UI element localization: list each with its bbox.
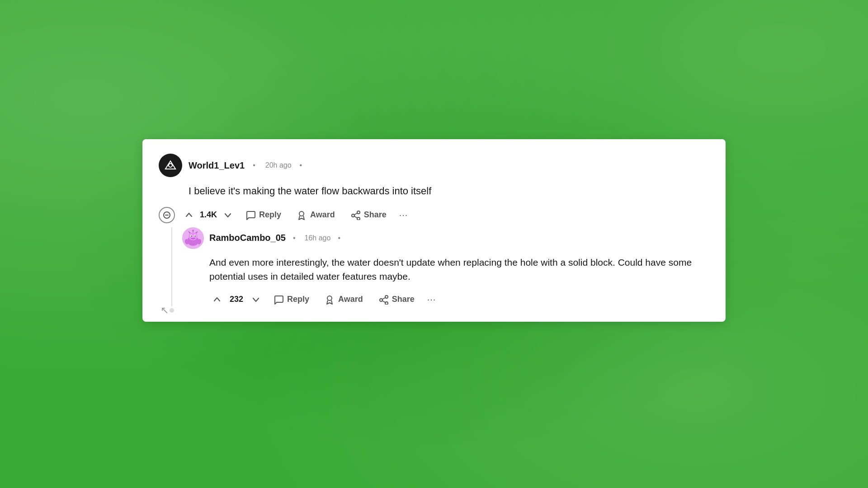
reply-reply-label: Reply (287, 295, 309, 304)
reply-action-bar: 232 Reply (209, 291, 709, 308)
reply-username: RamboCambo_05 (209, 233, 286, 243)
comment-card: World1_Lev1 • 20h ago • I believe it's m… (142, 139, 726, 322)
reply-share-label: Share (392, 295, 415, 304)
reply-vote-count: 232 (227, 295, 245, 304)
svg-point-13 (189, 232, 198, 240)
svg-rect-4 (165, 215, 169, 216)
top-share-label: Share (364, 210, 387, 220)
reply-comment: RamboCambo_05 • 16h ago • And even more … (182, 227, 709, 313)
collapse-button[interactable] (159, 207, 175, 223)
top-comment-body: I believe it's making the water flow bac… (189, 184, 709, 198)
reply-share-button[interactable]: Share (373, 291, 420, 308)
top-award-label: Award (310, 210, 335, 220)
reply-upvote-button[interactable] (209, 292, 225, 307)
svg-point-5 (299, 211, 304, 216)
downvote-button[interactable] (220, 207, 236, 223)
top-more-button[interactable]: ··· (395, 207, 413, 223)
reply-dot2: • (338, 234, 340, 242)
reply-award-button[interactable]: Award (319, 291, 368, 308)
top-dot1: • (253, 161, 255, 169)
reply-avatar (182, 227, 204, 249)
top-more-label: ··· (399, 210, 408, 220)
avatar (159, 154, 182, 177)
reply-header: RamboCambo_05 • 16h ago • (182, 227, 709, 249)
thread-line-bar (171, 227, 172, 306)
reply-comment-body: And even more interestingly, the water d… (209, 255, 709, 284)
top-dot2: • (300, 161, 302, 169)
svg-line-28 (382, 297, 385, 299)
reply-downvote-button[interactable] (248, 292, 264, 307)
upvote-button[interactable] (181, 207, 197, 223)
top-comment: World1_Lev1 • 20h ago • I believe it's m… (159, 154, 709, 224)
thread-container: RamboCambo_05 • 16h ago • And even more … (159, 227, 709, 313)
reply-more-button[interactable]: ··· (423, 291, 441, 307)
top-reply-button[interactable]: Reply (240, 206, 287, 224)
svg-point-16 (191, 235, 192, 236)
svg-line-27 (382, 300, 385, 302)
top-action-bar: 1.4K Reply Award (159, 206, 709, 224)
top-share-button[interactable]: Share (345, 206, 392, 224)
top-award-button[interactable]: Award (291, 206, 340, 224)
svg-line-9 (354, 216, 357, 218)
svg-point-23 (327, 296, 332, 300)
top-timestamp: 20h ago (265, 161, 292, 169)
svg-point-17 (194, 235, 195, 236)
top-vote-count: 1.4K (199, 210, 217, 220)
top-reply-label: Reply (259, 210, 281, 220)
svg-line-10 (354, 213, 357, 215)
reply-dot1: • (293, 234, 296, 242)
reply-timestamp: 16h ago (305, 234, 331, 242)
reply-reply-button[interactable]: Reply (268, 291, 315, 308)
reply-award-label: Award (338, 295, 363, 304)
thread-line (170, 227, 174, 313)
thread-dot (170, 308, 174, 313)
cursor-indicator: ↖ (160, 305, 169, 316)
top-comment-header: World1_Lev1 • 20h ago • (159, 154, 709, 177)
reply-more-label: ··· (427, 294, 436, 304)
top-username: World1_Lev1 (189, 160, 245, 171)
